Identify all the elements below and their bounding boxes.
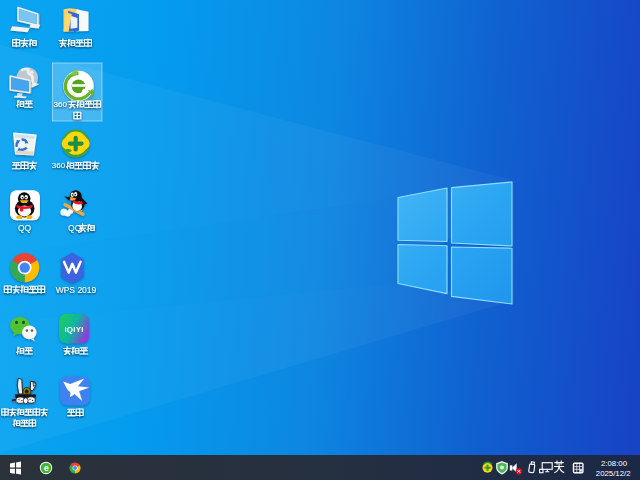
svg-text:360: 360 [52,161,66,170]
svg-text:e: e [44,463,49,473]
svg-text:WPS 2019: WPS 2019 [56,285,97,295]
svg-text:360: 360 [54,100,68,109]
svg-text:QQ: QQ [18,223,32,233]
svg-text:2:08:00: 2:08:00 [601,459,628,468]
svg-text:2025/12/2: 2025/12/2 [596,469,631,478]
svg-text:iQIYI: iQIYI [64,325,83,334]
